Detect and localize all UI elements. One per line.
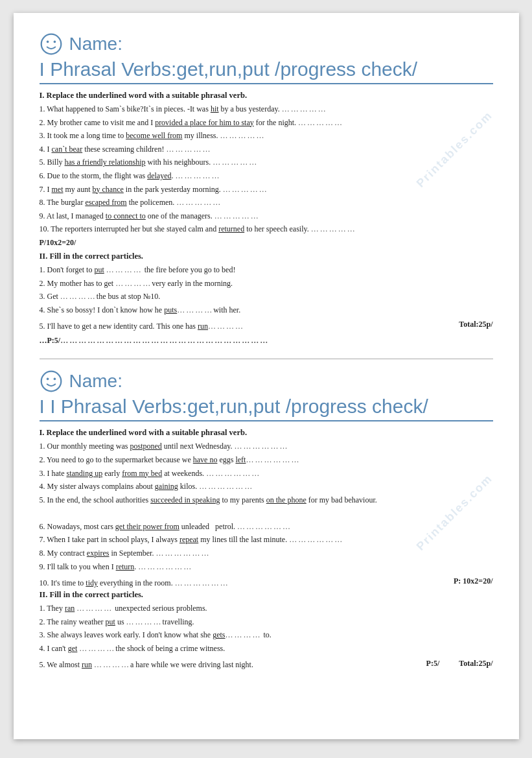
s2-score-row-1: 10. It's time to tidy everything in the … — [40, 574, 493, 590]
line-1-4: 4. I can`t bear these screaming children… — [40, 143, 493, 156]
part1-instruction-1: I. Replace the underlined word with a su… — [40, 91, 493, 101]
section-divider — [40, 359, 493, 359]
section-1: Name: I Phrasal Verbs:get,run,put /progr… — [40, 32, 493, 346]
line-2-2: 2. My mother has to get …………very early i… — [40, 278, 493, 290]
smiley-icon-1 — [40, 32, 63, 56]
part1-score-1: P/10x2=20/ — [40, 238, 493, 248]
s2-part2-score-left: P:5/ — [426, 659, 440, 669]
name-label-2: Name: — [69, 371, 122, 392]
line-1-5: 5. Billy has a friendly relationship wit… — [40, 156, 493, 169]
smiley-icon-2 — [40, 370, 63, 393]
s2-line-1-6: 6. Nowadays, most cars get their power f… — [40, 521, 493, 533]
line-2-5: 5. I'll have to get a new identity card.… — [40, 320, 245, 333]
line-2-4: 4. She`s so bossy! I don`t know how he p… — [40, 304, 493, 316]
section-title-1: I Phrasal Verbs:get,run,put /progress ch… — [40, 58, 493, 84]
part2-score-left-1: …P:5/…………………………………………………………… — [40, 336, 493, 346]
s2-line-blank — [40, 507, 493, 519]
s2-line-2-4: 4. I can't get …………the shock of being a … — [40, 643, 493, 655]
s2-line-1-1: 1. Our monthly meeting was postponed unt… — [40, 440, 493, 453]
s2-part1-score: P: 10x2=20/ — [454, 576, 493, 586]
line-1-8: 8. The burglar escaped from the policeme… — [40, 196, 493, 209]
part2-instruction-1: II. Fill in the correct particles. — [40, 252, 493, 261]
section-title-2: I I Phrasal Verbs:get,run,put /progress … — [40, 396, 493, 421]
s2-line-1-4: 4. My sister always complains about gain… — [40, 480, 493, 493]
s2-line-1-9: 9. I'll talk to you when I return. ……………… — [40, 561, 493, 573]
s2-line-2-2: 2. The rainy weather put us …………travelli… — [40, 616, 493, 628]
s2-scores-right: P:5/ Total:25p/ — [426, 656, 493, 672]
section-2: Name: I I Phrasal Verbs:get,run,put /pro… — [40, 370, 493, 672]
line-1-6: 6. Due to the storm, the flight was dela… — [40, 170, 493, 182]
line-2-3: 3. Get …………the bus at stop №10. — [40, 290, 493, 303]
name-row-2: Name: — [40, 370, 493, 393]
s2-line-1-7: 7. When I take part in school plays, I a… — [40, 534, 493, 546]
s2-line-2-5: 5. We almost run …………a hare while we wer… — [40, 659, 253, 671]
s2-line-1-10: 10. It's time to tidy everything in the … — [40, 577, 229, 589]
s2-line-1-2: 2. You need to go to the supermarket bec… — [40, 454, 493, 466]
svg-point-0 — [41, 34, 61, 54]
s2-line-2-1: 1. They ran ………… unexpected serious prob… — [40, 602, 493, 615]
part2-instruction-2: II. Fill in the correct particles. — [40, 590, 493, 600]
worksheet-page: Printables.com Printables.com Name: I Ph… — [14, 13, 519, 739]
svg-point-5 — [53, 378, 56, 381]
svg-point-2 — [53, 41, 56, 43]
part1-instruction-2: I. Replace the underlined word with a su… — [40, 428, 493, 438]
svg-point-3 — [41, 372, 61, 392]
score-row-1: 5. I'll have to get a new identity card.… — [40, 317, 493, 333]
s2-line-2-3: 3. She always leaves work early. I don't… — [40, 629, 493, 641]
svg-point-4 — [46, 378, 49, 381]
line-2-1: 1. Don't forget to put ………… the fire bef… — [40, 264, 493, 276]
total-score-1: Total:25p/ — [459, 320, 492, 329]
name-row-1: Name: — [40, 32, 493, 56]
line-1-7: 7. I met my aunt by chance in the park y… — [40, 184, 493, 196]
s2-line-1-3: 3. I hate standing up early from my bed … — [40, 468, 493, 480]
name-label-1: Name: — [69, 34, 122, 54]
line-1-9: 9. At last, I managed to connect to one … — [40, 210, 493, 222]
svg-point-1 — [46, 41, 49, 43]
s2-score-row-2: 5. We almost run …………a hare while we wer… — [40, 656, 493, 672]
s2-line-1-8: 8. My contract expires in September. ………… — [40, 547, 493, 560]
line-1-10: 10. The reporters interrupted her but sh… — [40, 223, 493, 235]
s2-line-1-5: 5. In the end, the school authorities su… — [40, 494, 493, 506]
s2-part2-score-right: Total:25p/ — [459, 659, 492, 669]
line-1-2: 2. My brother came to visit me and I pro… — [40, 117, 493, 129]
line-1-3: 3. It took me a long time to become well… — [40, 130, 493, 142]
line-1-1: 1. What happened to Sam`s bike?It`s in p… — [40, 103, 493, 115]
